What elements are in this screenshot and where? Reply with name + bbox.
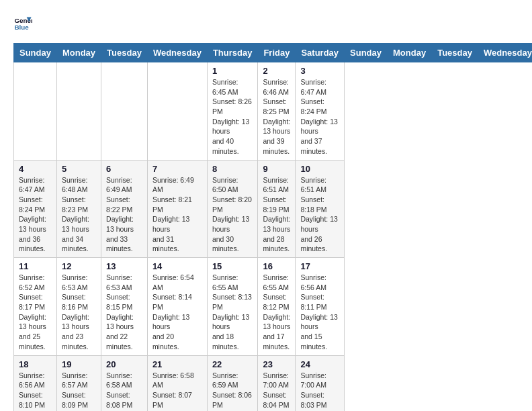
day-detail: Sunrise: 6:49 AM Sunset: 8:21 PM Dayligh… xyxy=(152,175,202,255)
day-detail: Sunrise: 6:50 AM Sunset: 8:20 PM Dayligh… xyxy=(212,175,253,255)
day-header-tuesday: Tuesday xyxy=(101,44,148,62)
day-header-sunday: Sunday xyxy=(345,44,388,62)
day-number: 16 xyxy=(263,261,290,271)
day-detail: Sunrise: 6:58 AM Sunset: 8:08 PM Dayligh… xyxy=(106,371,142,412)
day-number: 4 xyxy=(19,164,52,174)
calendar-day: 14Sunrise: 6:54 AM Sunset: 8:14 PM Dayli… xyxy=(147,258,207,356)
calendar-day: 13Sunrise: 6:53 AM Sunset: 8:15 PM Dayli… xyxy=(101,258,148,356)
calendar-day: 17Sunrise: 6:56 AM Sunset: 8:11 PM Dayli… xyxy=(296,258,345,356)
calendar-day: 5Sunrise: 6:48 AM Sunset: 8:23 PM Daylig… xyxy=(56,160,101,258)
day-number: 10 xyxy=(300,164,339,174)
day-header-friday: Friday xyxy=(258,44,296,62)
calendar-day: 21Sunrise: 6:58 AM Sunset: 8:07 PM Dayli… xyxy=(147,355,207,411)
day-detail: Sunrise: 6:48 AM Sunset: 8:23 PM Dayligh… xyxy=(62,175,96,255)
calendar-day: 22Sunrise: 6:59 AM Sunset: 8:06 PM Dayli… xyxy=(207,355,258,411)
calendar-day: 2Sunrise: 6:46 AM Sunset: 8:25 PM Daylig… xyxy=(258,62,296,161)
day-number: 5 xyxy=(62,164,96,174)
day-number: 7 xyxy=(152,164,202,174)
calendar-day: 10Sunrise: 6:51 AM Sunset: 8:18 PM Dayli… xyxy=(296,160,345,258)
calendar-day: 1Sunrise: 6:45 AM Sunset: 8:26 PM Daylig… xyxy=(207,62,258,161)
calendar-day: 8Sunrise: 6:50 AM Sunset: 8:20 PM Daylig… xyxy=(207,160,258,258)
logo: General Blue xyxy=(13,13,35,32)
calendar-day: 4Sunrise: 6:47 AM Sunset: 8:24 PM Daylig… xyxy=(14,160,57,258)
day-detail: Sunrise: 6:47 AM Sunset: 8:24 PM Dayligh… xyxy=(300,77,339,156)
day-number: 1 xyxy=(212,66,253,76)
calendar-day: 24Sunrise: 7:00 AM Sunset: 8:03 PM Dayli… xyxy=(296,355,345,411)
svg-text:Blue: Blue xyxy=(14,24,29,31)
day-number: 11 xyxy=(19,261,52,271)
calendar-day: 3Sunrise: 6:47 AM Sunset: 8:24 PM Daylig… xyxy=(296,62,345,161)
calendar-day: 23Sunrise: 7:00 AM Sunset: 8:04 PM Dayli… xyxy=(258,355,296,411)
day-number: 14 xyxy=(152,261,202,271)
day-header-saturday: Saturday xyxy=(296,44,345,62)
calendar-week-2: 4Sunrise: 6:47 AM Sunset: 8:24 PM Daylig… xyxy=(14,160,533,258)
day-number: 9 xyxy=(263,164,290,174)
calendar-week-1: 1Sunrise: 6:45 AM Sunset: 8:26 PM Daylig… xyxy=(14,62,533,161)
day-number: 21 xyxy=(152,359,202,369)
day-number: 20 xyxy=(106,359,142,369)
day-number: 17 xyxy=(300,261,339,271)
calendar-day xyxy=(14,62,57,161)
day-number: 3 xyxy=(300,66,339,76)
calendar-day xyxy=(56,62,101,161)
day-detail: Sunrise: 6:51 AM Sunset: 8:18 PM Dayligh… xyxy=(300,175,339,255)
day-detail: Sunrise: 6:53 AM Sunset: 8:16 PM Dayligh… xyxy=(62,273,96,352)
calendar-day: 20Sunrise: 6:58 AM Sunset: 8:08 PM Dayli… xyxy=(101,355,148,411)
day-detail: Sunrise: 6:59 AM Sunset: 8:06 PM Dayligh… xyxy=(212,371,253,412)
day-detail: Sunrise: 6:55 AM Sunset: 8:13 PM Dayligh… xyxy=(212,273,253,352)
day-number: 18 xyxy=(19,359,52,369)
day-detail: Sunrise: 6:55 AM Sunset: 8:12 PM Dayligh… xyxy=(263,273,290,352)
calendar-day: 11Sunrise: 6:52 AM Sunset: 8:17 PM Dayli… xyxy=(14,258,57,356)
logo-icon: General Blue xyxy=(13,13,32,32)
day-number: 15 xyxy=(212,261,253,271)
day-number: 24 xyxy=(300,359,339,369)
day-detail: Sunrise: 7:00 AM Sunset: 8:04 PM Dayligh… xyxy=(263,371,290,412)
calendar-day: 9Sunrise: 6:51 AM Sunset: 8:19 PM Daylig… xyxy=(258,160,296,258)
day-detail: Sunrise: 6:54 AM Sunset: 8:14 PM Dayligh… xyxy=(152,273,202,352)
day-number: 12 xyxy=(62,261,96,271)
calendar-day: 16Sunrise: 6:55 AM Sunset: 8:12 PM Dayli… xyxy=(258,258,296,356)
day-detail: Sunrise: 6:56 AM Sunset: 8:11 PM Dayligh… xyxy=(300,273,339,352)
day-detail: Sunrise: 6:47 AM Sunset: 8:24 PM Dayligh… xyxy=(19,175,52,255)
day-header-monday: Monday xyxy=(388,44,432,62)
calendar-day xyxy=(147,62,207,161)
calendar-day: 6Sunrise: 6:49 AM Sunset: 8:22 PM Daylig… xyxy=(101,160,148,258)
calendar-day: 18Sunrise: 6:56 AM Sunset: 8:10 PM Dayli… xyxy=(14,355,57,411)
calendar-header-row: SundayMondayTuesdayWednesdayThursdayFrid… xyxy=(14,44,533,62)
day-header-sunday: Sunday xyxy=(14,44,57,62)
day-detail: Sunrise: 6:49 AM Sunset: 8:22 PM Dayligh… xyxy=(106,175,142,255)
calendar-day: 15Sunrise: 6:55 AM Sunset: 8:13 PM Dayli… xyxy=(207,258,258,356)
day-detail: Sunrise: 6:46 AM Sunset: 8:25 PM Dayligh… xyxy=(263,77,290,156)
day-header-thursday: Thursday xyxy=(207,44,258,62)
day-number: 6 xyxy=(106,164,142,174)
day-number: 22 xyxy=(212,359,253,369)
day-detail: Sunrise: 6:45 AM Sunset: 8:26 PM Dayligh… xyxy=(212,77,253,156)
calendar-week-4: 18Sunrise: 6:56 AM Sunset: 8:10 PM Dayli… xyxy=(14,355,533,411)
day-number: 13 xyxy=(106,261,142,271)
day-header-monday: Monday xyxy=(56,44,101,62)
day-number: 19 xyxy=(62,359,96,369)
day-detail: Sunrise: 6:51 AM Sunset: 8:19 PM Dayligh… xyxy=(263,175,290,255)
day-number: 8 xyxy=(212,164,253,174)
calendar-day: 12Sunrise: 6:53 AM Sunset: 8:16 PM Dayli… xyxy=(56,258,101,356)
day-detail: Sunrise: 6:56 AM Sunset: 8:10 PM Dayligh… xyxy=(19,371,52,412)
day-detail: Sunrise: 6:57 AM Sunset: 8:09 PM Dayligh… xyxy=(62,371,96,412)
calendar-day: 19Sunrise: 6:57 AM Sunset: 8:09 PM Dayli… xyxy=(56,355,101,411)
day-header-wednesday: Wednesday xyxy=(478,44,532,62)
day-detail: Sunrise: 6:53 AM Sunset: 8:15 PM Dayligh… xyxy=(106,273,142,352)
calendar-day xyxy=(101,62,148,161)
day-number: 23 xyxy=(263,359,290,369)
calendar-day: 7Sunrise: 6:49 AM Sunset: 8:21 PM Daylig… xyxy=(147,160,207,258)
day-detail: Sunrise: 6:58 AM Sunset: 8:07 PM Dayligh… xyxy=(152,371,202,412)
day-detail: Sunrise: 6:52 AM Sunset: 8:17 PM Dayligh… xyxy=(19,273,52,352)
day-header-wednesday: Wednesday xyxy=(147,44,207,62)
day-detail: Sunrise: 7:00 AM Sunset: 8:03 PM Dayligh… xyxy=(300,371,339,412)
calendar-table: SundayMondayTuesdayWednesdayThursdayFrid… xyxy=(13,43,532,411)
day-header-tuesday: Tuesday xyxy=(432,44,478,62)
calendar-week-3: 11Sunrise: 6:52 AM Sunset: 8:17 PM Dayli… xyxy=(14,258,533,356)
day-number: 2 xyxy=(263,66,290,76)
page-header: General Blue xyxy=(13,13,519,32)
